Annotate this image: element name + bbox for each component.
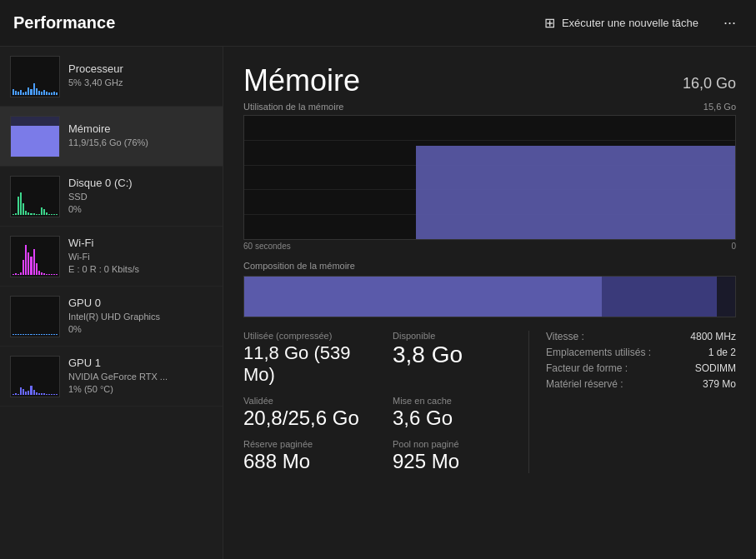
gpu0-mini-chart [11, 297, 59, 337]
available-label: Disponible [393, 331, 528, 341]
reserved-row: Matériel réservé : 379 Mo [546, 378, 736, 390]
gpu1-name: GPU 1 [68, 357, 213, 369]
slots-value: 1 de 2 [708, 347, 736, 358]
app-title: Performance [13, 13, 115, 32]
cpu-mini-chart [11, 57, 59, 97]
main-area: Processeur 5% 3,40 GHz Mémoire 11,9/15,6… [0, 47, 756, 559]
memory-chart-fill [416, 146, 735, 239]
page-title: Mémoire [243, 63, 360, 98]
disk-sub2: 0% [68, 203, 213, 216]
execute-task-button[interactable]: ⊞ Exécuter une nouvelle tâche [536, 10, 707, 36]
form-label: Facteur de forme : [546, 362, 628, 374]
stats-area: Utilisée (compressée) 11,8 Go (539 Mo) D… [243, 331, 736, 473]
gpu0-info: GPU 0 Intel(R) UHD Graphics 0% [68, 297, 213, 337]
disk-mini-chart [11, 177, 59, 217]
available-value: 3,8 Go [393, 342, 528, 368]
speed-label: Vitesse : [546, 331, 584, 342]
sidebar-item-gpu1[interactable]: GPU 1 NVIDIA GeForce RTX ... 1% (50 °C) [0, 347, 223, 407]
content-panel: Mémoire 16,0 Go Utilisation de la mémoir… [223, 47, 756, 559]
available-stat: Disponible 3,8 Go [393, 331, 528, 386]
wifi-thumbnail [10, 236, 60, 277]
cpu-sub: 5% 3,40 GHz [68, 77, 213, 89]
reserved-value: 379 Mo [703, 378, 736, 390]
validated-stat: Validée 20,8/25,6 Go [243, 396, 379, 429]
cached-label: Mise en cache [393, 396, 528, 406]
validated-label: Validée [243, 396, 379, 406]
cpu-thumbnail [10, 56, 60, 97]
right-stats: Vitesse : 4800 MHz Emplacements utilisés… [528, 331, 736, 473]
sidebar: Processeur 5% 3,40 GHz Mémoire 11,9/15,6… [0, 47, 223, 559]
gpu1-info: GPU 1 NVIDIA GeForce RTX ... 1% (50 °C) [68, 357, 213, 397]
more-icon: ··· [723, 14, 736, 31]
chart-time-right: 0 [731, 242, 736, 251]
sidebar-item-disk[interactable]: Disque 0 (C:) SSD 0% [0, 167, 223, 227]
memory-usage-chart [243, 115, 736, 240]
speed-row: Vitesse : 4800 MHz [546, 331, 736, 342]
wifi-sub2: E : 0 R : 0 Kbits/s [68, 263, 213, 276]
gpu0-sub2: 0% [68, 323, 213, 336]
memory-sub: 11,9/15,6 Go (76%) [68, 137, 213, 149]
sidebar-item-memory[interactable]: Mémoire 11,9/15,6 Go (76%) [0, 107, 223, 167]
slots-label: Emplacements utilisés : [546, 347, 651, 358]
speed-value: 4800 MHz [690, 331, 736, 342]
paged-label: Réserve paginée [243, 439, 379, 449]
left-stats: Utilisée (compressée) 11,8 Go (539 Mo) D… [243, 331, 528, 473]
gpu0-thumbnail [10, 296, 60, 337]
gpu1-sub1: NVIDIA GeForce RTX ... [68, 371, 213, 383]
composition-label: Composition de la mémoire [243, 261, 736, 271]
sidebar-item-gpu0[interactable]: GPU 0 Intel(R) UHD Graphics 0% [0, 287, 223, 347]
paged-stat: Réserve paginée 688 Mo [243, 439, 379, 472]
wifi-name: Wi-Fi [68, 237, 213, 249]
chart-label-row: Utilisation de la mémoire 15,6 Go [243, 102, 736, 112]
memory-composition-bar [243, 276, 736, 317]
topbar: Performance ⊞ Exécuter une nouvelle tâch… [0, 0, 756, 47]
sidebar-item-wifi[interactable]: Wi-Fi Wi-Fi E : 0 R : 0 Kbits/s [0, 227, 223, 287]
memory-name: Mémoire [68, 122, 213, 135]
form-row: Facteur de forme : SODIMM [546, 362, 736, 374]
chart-time-left: 60 secondes [243, 242, 291, 251]
memory-mini-chart [11, 117, 59, 157]
memory-usage-section: Utilisation de la mémoire 15,6 Go 60 sec… [243, 102, 736, 251]
cached-stat: Mise en cache 3,6 Go [393, 396, 528, 429]
memory-thumbnail [10, 116, 60, 157]
wifi-info: Wi-Fi Wi-Fi E : 0 R : 0 Kbits/s [68, 237, 213, 277]
wifi-sub1: Wi-Fi [68, 251, 213, 263]
chart-time-row: 60 secondes 0 [243, 242, 736, 251]
disk-thumbnail [10, 176, 60, 217]
gpu0-name: GPU 0 [68, 297, 213, 309]
total-ram: 16,0 Go [683, 75, 736, 92]
execute-task-icon: ⊞ [544, 15, 555, 31]
execute-task-label: Exécuter une nouvelle tâche [562, 17, 698, 29]
chart-label: Utilisation de la mémoire [243, 102, 343, 112]
used-label: Utilisée (compressée) [243, 331, 379, 341]
sidebar-item-cpu[interactable]: Processeur 5% 3,40 GHz [0, 47, 223, 107]
top-stats-grid: Utilisée (compressée) 11,8 Go (539 Mo) D… [243, 331, 528, 473]
gpu1-thumbnail [10, 356, 60, 397]
nonpaged-stat: Pool non paginé 925 Mo [393, 439, 528, 472]
cached-value: 3,6 Go [393, 407, 528, 429]
mem-comp-free [717, 277, 735, 317]
paged-value: 688 Mo [243, 451, 379, 472]
validated-value: 20,8/25,6 Go [243, 407, 379, 429]
content-header: Mémoire 16,0 Go [243, 63, 736, 98]
cpu-name: Processeur [68, 62, 213, 75]
chart-right-value: 15,6 Go [703, 102, 736, 112]
used-value: 11,8 Go (539 Mo) [243, 342, 379, 386]
disk-sub1: SSD [68, 191, 213, 203]
topbar-actions: ⊞ Exécuter une nouvelle tâche ··· [536, 10, 743, 36]
wifi-mini-chart [11, 237, 59, 277]
gpu1-mini-chart [11, 357, 59, 397]
reserved-label: Matériel réservé : [546, 378, 623, 390]
disk-info: Disque 0 (C:) SSD 0% [68, 177, 213, 217]
form-value: SODIMM [695, 362, 736, 374]
memory-info: Mémoire 11,9/15,6 Go (76%) [68, 122, 213, 149]
slots-row: Emplacements utilisés : 1 de 2 [546, 347, 736, 358]
gpu0-sub1: Intel(R) UHD Graphics [68, 311, 213, 323]
cpu-info: Processeur 5% 3,40 GHz [68, 62, 213, 89]
used-stat: Utilisée (compressée) 11,8 Go (539 Mo) [243, 331, 379, 386]
memory-composition-section: Composition de la mémoire [243, 261, 736, 317]
disk-name: Disque 0 (C:) [68, 177, 213, 189]
nonpaged-value: 925 Mo [393, 451, 528, 472]
more-options-button[interactable]: ··· [717, 11, 743, 35]
mem-comp-standby [602, 277, 717, 317]
